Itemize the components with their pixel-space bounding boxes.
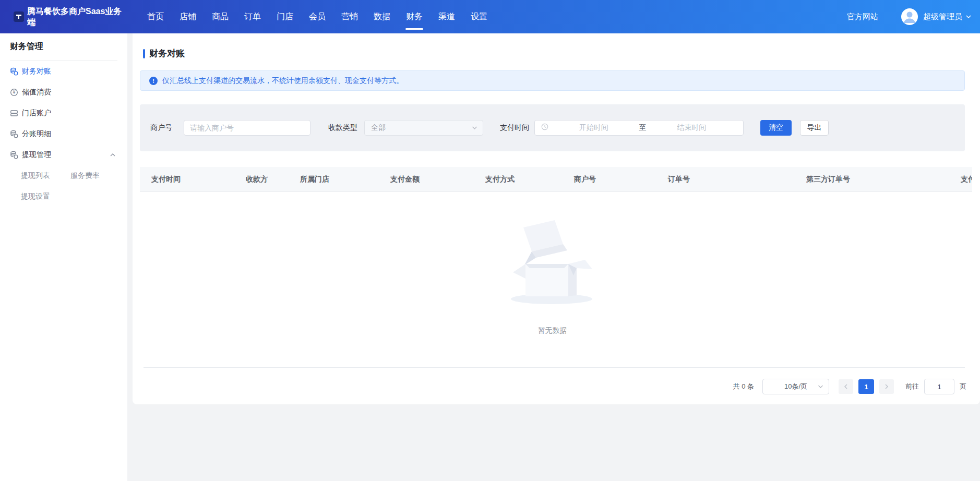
logo-glyph [16,14,22,20]
info-icon: ! [149,77,158,85]
current-page-button[interactable]: 1 [858,379,874,394]
table-column-header: 第三方订单号 [806,175,850,184]
pagination-divider [144,367,965,368]
top-nav-item[interactable]: 财务 [406,0,423,33]
top-nav-item-label: 订单 [244,11,261,22]
avatar[interactable] [901,8,918,25]
page-title-row: 财务对账 [143,47,185,59]
info-alert: ! 仅汇总线上支付渠道的交易流水，不统计使用余额支付、现金支付等方式。 [140,70,965,91]
sidebar-title: 财务管理 [10,41,127,52]
sidebar-item-stored-value[interactable]: ¥ 储值消费 [0,82,127,103]
top-nav: 首页 店铺 商品 订单 门店 [147,0,503,33]
ledger-coins-icon [10,67,18,76]
sidebar-item-label: 提现管理 [22,150,51,160]
top-nav-item-label: 会员 [309,11,326,22]
chevron-down-icon[interactable] [965,15,972,19]
clear-button[interactable]: 清空 [760,120,792,136]
table-header: 支付时间 收款方 所属门店 支付金额 支付方式 商户号 订单号 第三方订单号 支… [140,167,972,192]
active-nav-underline [405,28,423,30]
top-nav-item[interactable]: 设置 [471,0,487,33]
app-window: 腾马餐饮多商户Saas业务端 首页 店铺 商品 订 [0,0,980,481]
sidebar-item-withdraw[interactable]: 提现管理 [0,145,127,165]
top-nav-item-label: 店铺 [180,11,196,22]
sidebar-item-store-account[interactable]: 门店账户 [0,103,127,124]
payment-type-value: 全部 [371,123,386,133]
top-nav-item[interactable]: 店铺 [180,0,196,33]
pagination: 共 0 条 10条/页 1 前往 页 [733,379,966,394]
total-count: 共 0 条 [733,382,754,391]
export-button[interactable]: 导出 [800,120,829,136]
top-nav-item[interactable]: 订单 [244,0,261,33]
table-column-header: 支付 [961,175,972,184]
top-nav-item-label: 财务 [406,11,423,22]
title-accent-bar [143,49,145,58]
pay-time-label: 支付时间 [500,123,529,133]
top-nav-item-label: 首页 [147,11,164,22]
top-nav-item[interactable]: 首页 [147,0,164,33]
page-title: 财务对账 [149,47,185,59]
chevron-down-icon [472,126,477,130]
page-size-select[interactable]: 10条/页 [762,379,829,394]
top-nav-item[interactable]: 营销 [341,0,358,33]
payment-type-select[interactable]: 全部 [364,120,483,136]
empty-box-illustration [510,217,593,308]
table-column-header: 支付金额 [390,175,420,184]
top-nav-item[interactable]: 数据 [374,0,390,33]
sidebar-item-split-detail[interactable]: 分账明细 [0,124,127,145]
topbar-right: 官方网站 超级管理员 [847,8,972,25]
user-menu[interactable]: 超级管理员 [923,12,962,22]
chevron-left-icon [843,383,848,390]
goto-page-input[interactable] [924,379,954,394]
sidebar-item-label: 门店账户 [22,109,51,118]
sidebar-subitem-service-rate[interactable]: 服务费率 [70,165,127,186]
chevron-up-icon[interactable] [110,153,116,157]
sidebar-item-label: 分账明细 [22,129,51,139]
top-nav-item-label: 商品 [212,11,229,22]
sidebar-item-label: 储值消费 [22,88,51,97]
merchant-id-input[interactable] [184,120,310,136]
official-site-link[interactable]: 官方网站 [847,12,878,22]
clock-icon [541,123,548,133]
filter-bar: 商户号 收款类型 全部 支付时间 开始时间 至 结束时间 清空 导出 [140,104,965,151]
ledger-coins-icon [10,151,18,159]
next-page-button[interactable] [879,379,894,394]
top-nav-item[interactable]: 门店 [277,0,293,33]
chevron-down-icon [818,385,823,389]
top-nav-item-label: 渠道 [438,11,455,22]
info-alert-text: 仅汇总线上支付渠道的交易流水，不统计使用余额支付、现金支付等方式。 [162,76,403,86]
empty-text: 暂无数据 [133,326,972,335]
table-column-header: 收款方 [246,175,268,184]
yuan-circle-icon: ¥ [10,88,18,97]
merchant-id-label: 商户号 [150,123,172,133]
sidebar-item-label: 财务对账 [22,67,51,76]
top-nav-item-label: 设置 [471,11,487,22]
ledger-coins-icon [10,130,18,138]
top-nav-item[interactable]: 会员 [309,0,326,33]
table-column-header: 支付时间 [151,175,181,184]
pay-time-range-picker[interactable]: 开始时间 至 结束时间 [534,120,744,136]
start-time-placeholder: 开始时间 [548,123,639,133]
app-logo[interactable] [14,11,24,22]
top-nav-item[interactable]: 商品 [212,0,229,33]
table-column-header: 所属门店 [300,175,329,184]
range-separator: 至 [639,123,647,133]
top-nav-item-label: 门店 [277,11,293,22]
topbar: 腾马餐饮多商户Saas业务端 首页 店铺 商品 订 [0,0,980,33]
app-title: 腾马餐饮多商户Saas业务端 [27,6,127,28]
top-nav-item[interactable]: 渠道 [438,0,455,33]
end-time-placeholder: 结束时间 [647,123,737,133]
content-card: 财务对账 ! 仅汇总线上支付渠道的交易流水，不统计使用余额支付、现金支付等方式。… [133,33,980,404]
user-icon [901,8,918,25]
withdraw-submenu: 提现列表 服务费率 提现设置 [0,165,127,207]
chevron-right-icon [884,383,889,390]
sidebar: 财务管理 财务对账 ¥ 储值消费 [0,33,127,481]
sidebar-subitem-withdraw-list[interactable]: 提现列表 [21,165,70,186]
goto-label: 前往 [905,382,919,391]
sidebar-subitem-withdraw-settings[interactable]: 提现设置 [21,186,70,207]
prev-page-button[interactable] [839,379,853,394]
top-nav-item-label: 数据 [374,11,390,22]
top-nav-item-label: 营销 [341,11,358,22]
page-size-value: 10条/页 [784,382,807,391]
table-column-header: 商户号 [574,175,596,184]
sidebar-item-reconciliation[interactable]: 财务对账 [0,61,127,82]
